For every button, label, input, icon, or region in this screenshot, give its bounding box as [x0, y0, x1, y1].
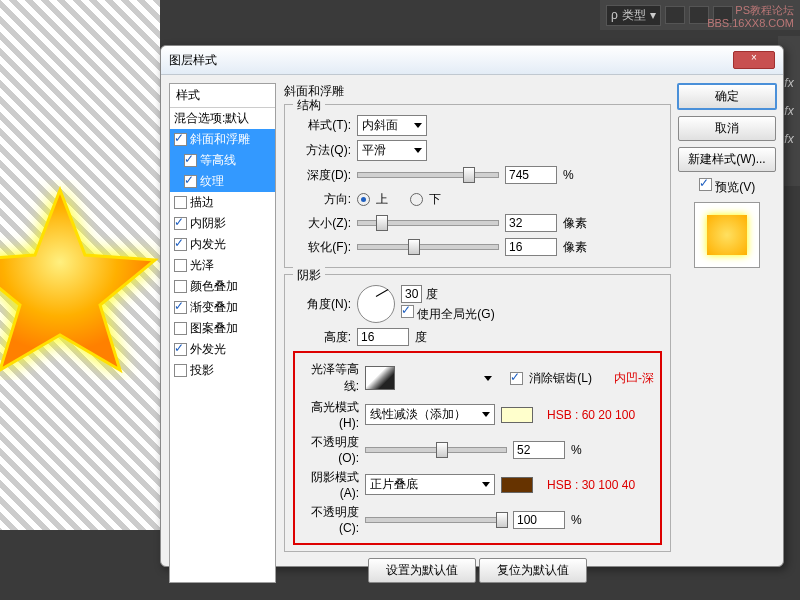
- angle-wheel[interactable]: [357, 285, 395, 323]
- style-checkbox[interactable]: [174, 217, 187, 230]
- style-row-7[interactable]: 光泽: [170, 255, 275, 276]
- star-artwork: [0, 180, 160, 380]
- shading-legend: 阴影: [293, 267, 325, 284]
- style-row-9[interactable]: 渐变叠加: [170, 297, 275, 318]
- depth-input[interactable]: 745: [505, 166, 557, 184]
- style-label: 样式(T):: [293, 117, 351, 134]
- panel-title: 斜面和浮雕: [284, 83, 671, 100]
- ok-button[interactable]: 确定: [677, 83, 777, 110]
- size-label: 大小(Z):: [293, 215, 351, 232]
- preview-checkbox[interactable]: [699, 178, 712, 191]
- preview-thumbnail: [694, 202, 760, 268]
- dialog-titlebar[interactable]: 图层样式 ×: [161, 46, 783, 75]
- style-row-2[interactable]: 等高线: [170, 150, 275, 171]
- antialias-checkbox[interactable]: [510, 372, 523, 385]
- bevel-panel: 斜面和浮雕 结构 样式(T): 内斜面 方法(Q): 平滑 深度(D): 745…: [284, 83, 671, 583]
- style-checkbox[interactable]: [174, 322, 187, 335]
- shadow-opacity-label: 不透明度(C):: [301, 504, 359, 535]
- style-checkbox[interactable]: [174, 238, 187, 251]
- highlight-color-swatch[interactable]: [501, 407, 533, 423]
- technique-label: 方法(Q):: [293, 142, 351, 159]
- layer-style-dialog: 图层样式 × 样式 混合选项:默认斜面和浮雕等高线纹理描边内阴影内发光光泽颜色叠…: [160, 45, 784, 567]
- direction-down-radio[interactable]: [410, 193, 423, 206]
- highlight-opacity-label: 不透明度(O):: [301, 434, 359, 465]
- angle-label: 角度(N):: [293, 296, 351, 313]
- depth-label: 深度(D):: [293, 167, 351, 184]
- style-checkbox[interactable]: [174, 133, 187, 146]
- shadow-opacity-input[interactable]: 100: [513, 511, 565, 529]
- angle-input[interactable]: 30: [401, 285, 422, 303]
- style-row-6[interactable]: 内发光: [170, 234, 275, 255]
- style-row-4[interactable]: 描边: [170, 192, 275, 213]
- reset-default-button[interactable]: 复位为默认值: [479, 558, 587, 583]
- dialog-title: 图层样式: [169, 52, 733, 69]
- annotation-contour: 内凹-深: [614, 370, 654, 387]
- style-row-12[interactable]: 投影: [170, 360, 275, 381]
- styles-header: 样式: [170, 84, 275, 108]
- soften-slider[interactable]: [357, 244, 499, 250]
- kind-filter[interactable]: ρ类型▾: [606, 5, 661, 26]
- filter-icon-1[interactable]: [665, 6, 685, 24]
- annotation-hsb2: HSB : 30 100 40: [547, 478, 635, 492]
- style-row-0[interactable]: 混合选项:默认: [170, 108, 275, 129]
- style-checkbox[interactable]: [174, 280, 187, 293]
- style-checkbox[interactable]: [174, 343, 187, 356]
- style-checkbox[interactable]: [184, 175, 197, 188]
- new-style-button[interactable]: 新建样式(W)...: [678, 147, 776, 172]
- shadow-color-swatch[interactable]: [501, 477, 533, 493]
- style-label: 内发光: [190, 236, 226, 253]
- style-row-3[interactable]: 纹理: [170, 171, 275, 192]
- gloss-contour-picker[interactable]: [365, 366, 395, 390]
- altitude-label: 高度:: [293, 329, 351, 346]
- direction-up-radio[interactable]: [357, 193, 370, 206]
- style-checkbox[interactable]: [184, 154, 197, 167]
- soften-input[interactable]: 16: [505, 238, 557, 256]
- cancel-button[interactable]: 取消: [678, 116, 776, 141]
- dialog-right-column: 确定 取消 新建样式(W)... 预览(V): [679, 83, 775, 583]
- style-label: 图案叠加: [190, 320, 238, 337]
- direction-label: 方向:: [293, 191, 351, 208]
- technique-select[interactable]: 平滑: [357, 140, 427, 161]
- style-label: 混合选项:默认: [174, 110, 249, 127]
- styles-list: 样式 混合选项:默认斜面和浮雕等高线纹理描边内阴影内发光光泽颜色叠加渐变叠加图案…: [169, 83, 276, 583]
- highlight-opacity-input[interactable]: 52: [513, 441, 565, 459]
- global-light-checkbox[interactable]: [401, 305, 414, 318]
- style-select[interactable]: 内斜面: [357, 115, 427, 136]
- soften-label: 软化(F):: [293, 239, 351, 256]
- style-label: 颜色叠加: [190, 278, 238, 295]
- style-row-8[interactable]: 颜色叠加: [170, 276, 275, 297]
- shading-group: 阴影 角度(N): 30 度 使用全局光(G) 高度: 16 度 光泽等高线: …: [284, 274, 671, 552]
- style-row-10[interactable]: 图案叠加: [170, 318, 275, 339]
- structure-group: 结构 样式(T): 内斜面 方法(Q): 平滑 深度(D): 745 % 方向:…: [284, 104, 671, 268]
- style-row-5[interactable]: 内阴影: [170, 213, 275, 234]
- altitude-input[interactable]: 16: [357, 328, 409, 346]
- highlight-mode-label: 高光模式(H):: [301, 399, 359, 430]
- close-button[interactable]: ×: [733, 51, 775, 69]
- style-checkbox[interactable]: [174, 301, 187, 314]
- depth-slider[interactable]: [357, 172, 499, 178]
- style-label: 外发光: [190, 341, 226, 358]
- structure-legend: 结构: [293, 97, 325, 114]
- style-checkbox[interactable]: [174, 364, 187, 377]
- canvas-bg: [0, 0, 160, 530]
- style-checkbox[interactable]: [174, 196, 187, 209]
- gloss-contour-label: 光泽等高线:: [301, 361, 359, 395]
- size-slider[interactable]: [357, 220, 499, 226]
- style-label: 渐变叠加: [190, 299, 238, 316]
- style-row-11[interactable]: 外发光: [170, 339, 275, 360]
- highlight-mode-select[interactable]: 线性减淡（添加）: [365, 404, 495, 425]
- style-checkbox[interactable]: [174, 259, 187, 272]
- defaults-row: 设置为默认值 复位为默认值: [284, 558, 671, 583]
- style-label: 光泽: [190, 257, 214, 274]
- shadow-opacity-slider[interactable]: [365, 517, 507, 523]
- highlight-opacity-slider[interactable]: [365, 447, 507, 453]
- make-default-button[interactable]: 设置为默认值: [368, 558, 476, 583]
- filter-icon-2[interactable]: [689, 6, 709, 24]
- style-label: 纹理: [200, 173, 224, 190]
- shadow-mode-select[interactable]: 正片叠底: [365, 474, 495, 495]
- size-input[interactable]: 32: [505, 214, 557, 232]
- annotation-box: 光泽等高线: 消除锯齿(L) 内凹-深 高光模式(H): 线性减淡（添加） HS…: [293, 351, 662, 545]
- style-row-1[interactable]: 斜面和浮雕: [170, 129, 275, 150]
- style-label: 描边: [190, 194, 214, 211]
- style-label: 斜面和浮雕: [190, 131, 250, 148]
